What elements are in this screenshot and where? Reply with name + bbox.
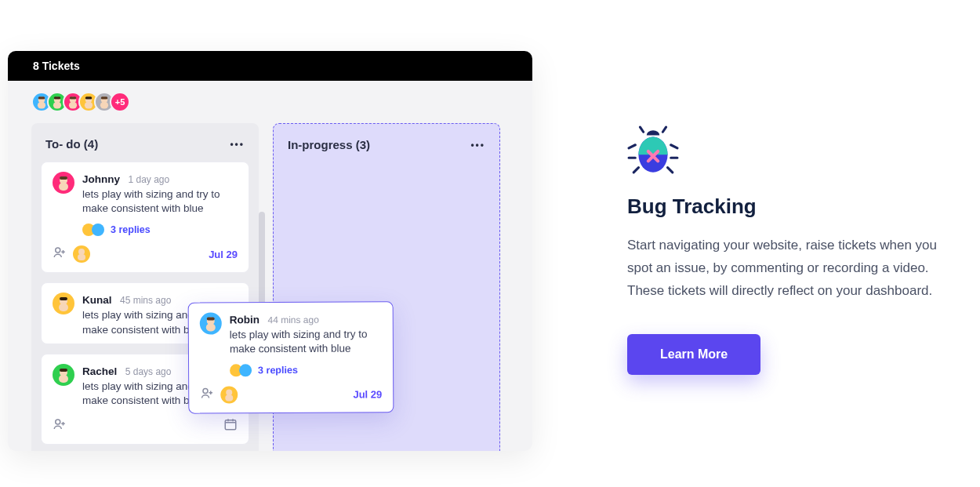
card-author: Kunal [82, 294, 112, 306]
kanban-window: 8 Tickets +5 To- do (4) ••• [8, 51, 532, 451]
assign-user-icon[interactable] [53, 245, 67, 263]
avatar [53, 293, 74, 314]
card-author: Robin [230, 314, 260, 325]
card-time: 44 mins ago [267, 314, 318, 325]
svg-rect-25 [59, 375, 68, 383]
column-title: In-progress (3) [288, 138, 370, 151]
card-time: 1 day ago [128, 174, 169, 185]
participants-row: +5 [31, 92, 509, 112]
svg-rect-31 [207, 318, 215, 321]
svg-rect-16 [59, 183, 68, 191]
assignee-avatar[interactable] [73, 245, 90, 263]
avatar-more[interactable]: +5 [110, 92, 130, 112]
avatar [53, 364, 74, 386]
scrollbar[interactable] [259, 212, 265, 306]
svg-rect-22 [59, 303, 68, 311]
svg-rect-11 [85, 96, 92, 99]
svg-rect-28 [225, 420, 236, 430]
feature-title: Bug Tracking [627, 194, 964, 219]
bug-icon [627, 125, 679, 177]
card-description: lets play with sizing and try to make co… [82, 187, 238, 216]
svg-rect-20 [78, 254, 85, 260]
more-icon[interactable]: ••• [230, 139, 245, 150]
window-header: 8 Tickets [8, 51, 532, 81]
svg-rect-14 [101, 96, 107, 99]
svg-rect-5 [54, 96, 60, 99]
svg-point-32 [203, 389, 208, 394]
replies-link[interactable]: 3 replies [111, 224, 151, 235]
svg-rect-10 [85, 102, 93, 108]
dragging-card[interactable]: Robin 44 mins ago lets play with sizing … [188, 301, 394, 414]
svg-rect-26 [60, 369, 67, 372]
svg-rect-2 [38, 96, 45, 99]
svg-rect-4 [53, 102, 61, 108]
assign-user-icon[interactable] [200, 387, 214, 404]
more-icon[interactable]: ••• [470, 140, 485, 151]
svg-rect-1 [38, 102, 45, 108]
avatar [200, 312, 222, 334]
learn-more-button[interactable]: Learn More [627, 334, 760, 375]
card-description: lets play with sizing and try to make co… [230, 327, 382, 356]
svg-point-27 [56, 420, 60, 424]
feature-description: Start navigating your website, raise tic… [627, 234, 964, 303]
replies-link[interactable]: 3 replies [258, 365, 298, 376]
card-time: 5 days ago [125, 366, 172, 377]
svg-rect-17 [60, 176, 67, 180]
svg-point-18 [56, 248, 60, 253]
column-title: To- do (4) [45, 137, 98, 151]
svg-rect-13 [100, 102, 108, 108]
svg-rect-8 [70, 96, 76, 99]
assignee-avatar[interactable] [220, 387, 238, 404]
svg-point-33 [226, 390, 232, 396]
card-date: Jul 29 [353, 388, 382, 400]
ticket-card[interactable]: Johnny 1 day ago lets play with sizing a… [41, 162, 249, 273]
svg-rect-30 [206, 324, 216, 332]
window-title: 8 Tickets [33, 60, 80, 72]
svg-rect-34 [225, 395, 233, 402]
calendar-icon[interactable] [223, 417, 238, 434]
card-author: Johnny [82, 173, 120, 185]
assign-user-icon[interactable] [53, 417, 67, 434]
svg-rect-23 [60, 297, 67, 300]
svg-point-19 [78, 249, 85, 255]
card-time: 45 mins ago [120, 295, 171, 306]
avatar [53, 172, 74, 194]
reply-avatars [230, 365, 252, 377]
card-date: Jul 29 [209, 249, 238, 260]
reply-avatars [82, 224, 104, 236]
card-author: Rachel [82, 365, 117, 377]
svg-rect-7 [69, 102, 77, 108]
